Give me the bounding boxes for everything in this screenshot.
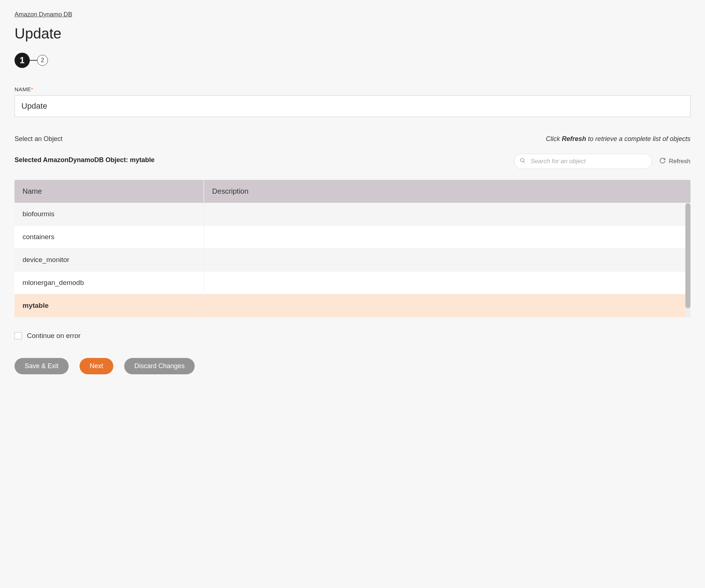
breadcrumb-link[interactable]: Amazon Dynamo DB (15, 11, 72, 18)
table-cell-name: mytable (15, 294, 204, 317)
table-cell-name: mlonergan_demodb (15, 271, 204, 294)
svg-point-0 (520, 158, 524, 162)
scrollbar-thumb[interactable] (685, 203, 690, 308)
name-field-label: NAME* (15, 86, 690, 92)
table-cell-name: containers (15, 226, 204, 249)
next-button[interactable]: Next (80, 358, 113, 374)
search-icon (520, 158, 526, 165)
table-cell-name: biofourmis (15, 203, 204, 226)
table-row[interactable]: device_monitor (15, 249, 690, 271)
table-cell-description (204, 249, 690, 271)
search-wrapper (514, 154, 652, 169)
step-connector (30, 60, 37, 61)
table-header-description[interactable]: Description (204, 180, 690, 203)
refresh-button[interactable]: Refresh (659, 157, 690, 166)
table-cell-description (204, 203, 690, 226)
refresh-icon (659, 157, 666, 166)
table-row[interactable]: mytable (15, 294, 690, 317)
table-cell-description (204, 294, 690, 317)
table-header-name[interactable]: Name (15, 180, 204, 203)
object-table: Name Description biofourmiscontainersdev… (15, 180, 690, 317)
refresh-label: Refresh (669, 158, 690, 165)
table-cell-description (204, 226, 690, 249)
required-asterisk: * (31, 86, 33, 92)
select-object-label: Select an Object (15, 135, 62, 143)
stepper: 1 2 (15, 53, 690, 68)
svg-line-1 (523, 161, 524, 162)
step-1[interactable]: 1 (15, 53, 30, 68)
object-table-container: Name Description biofourmiscontainersdev… (15, 180, 690, 317)
search-input[interactable] (514, 154, 652, 169)
continue-on-error-row: Continue on error (15, 332, 690, 340)
name-input[interactable] (15, 95, 690, 117)
button-row: Save & Exit Next Discard Changes (15, 358, 690, 374)
selected-object-label: Selected AmazonDynamoDB Object: mytable (15, 156, 154, 164)
table-row[interactable]: mlonergan_demodb (15, 271, 690, 294)
object-subheader-row: Selected AmazonDynamoDB Object: mytable … (15, 151, 690, 169)
table-row[interactable]: containers (15, 226, 690, 249)
table-cell-name: device_monitor (15, 249, 204, 271)
save-exit-button[interactable]: Save & Exit (15, 358, 69, 374)
continue-on-error-label: Continue on error (27, 332, 81, 340)
object-header: Select an Object Click Refresh to retrie… (15, 135, 690, 147)
page-title: Update (15, 25, 690, 42)
continue-on-error-checkbox[interactable] (15, 332, 22, 339)
discard-changes-button[interactable]: Discard Changes (124, 358, 195, 374)
table-cell-description (204, 271, 690, 294)
refresh-hint: Click Refresh to retrieve a complete lis… (546, 135, 690, 143)
step-2[interactable]: 2 (37, 55, 48, 66)
table-row[interactable]: biofourmis (15, 203, 690, 226)
table-scrollbar[interactable] (685, 203, 690, 317)
